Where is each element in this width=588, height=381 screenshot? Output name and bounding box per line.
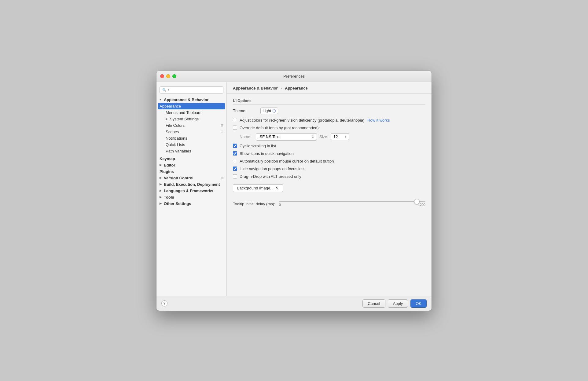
sidebar-item-label: Keymap [160,156,175,161]
title-bar: Preferences [156,71,432,82]
drag-drop-checkbox[interactable] [233,174,237,178]
close-button[interactable] [160,74,164,78]
checkbox-wrapper: Show icons in quick navigation [233,151,294,156]
sidebar-item-version-control[interactable]: ▶ Version Control ⊞ [156,175,226,181]
size-select[interactable]: 12 ▾ [331,133,349,140]
background-image-button[interactable]: Background Image... ↖ [233,184,283,192]
sidebar-item-keymap[interactable]: Keymap [156,156,226,162]
override-fonts-row: Override default fonts by (not recommend… [233,126,425,130]
arrow-icon: ▾ [160,98,163,101]
hide-nav-row: Hide navigation popups on focus loss [233,167,425,171]
slider-labels: 0 1200 [279,203,425,207]
arrow-icon: ▶ [166,117,169,120]
arrow-icon: ▶ [160,163,163,167]
sidebar-item-appearance-behavior[interactable]: ▾ Appearance & Behavior [156,97,226,103]
checkbox-wrapper: Override default fonts by (not recommend… [233,126,320,130]
cancel-button[interactable]: Cancel [362,299,385,308]
breadcrumb-separator: › [281,86,282,90]
copy-icon: ⊞ [221,123,223,127]
auto-mouse-row: Automatically position mouse cursor on d… [233,159,425,163]
arrow-icon: ▶ [160,196,163,199]
sidebar-item-scopes[interactable]: Scopes ⊞ [163,129,226,135]
sidebar-item-notifications[interactable]: Notifications [163,135,226,141]
copy-icon: ⊞ [221,176,223,180]
sidebar-item-languages-frameworks[interactable]: ▶ Languages & Frameworks [156,188,226,194]
sidebar-item-file-colors[interactable]: File Colors ⊞ [163,122,226,129]
search-icon: 🔍 [162,88,167,92]
sidebar-item-label: Plugins [160,169,174,174]
tooltip-slider[interactable] [279,201,425,202]
checkbox-wrapper: Automatically position mouse cursor on d… [233,159,334,163]
cyclic-scrolling-checkbox[interactable] [233,144,237,148]
sidebar-item-system-settings[interactable]: ▶ System Settings [163,116,226,122]
window-title: Preferences [283,74,305,79]
sidebar-item-label: Path Variables [166,149,191,153]
apply-button[interactable]: Apply [388,299,408,308]
section-label: UI Options [233,99,425,104]
color-deficiency-checkbox[interactable] [233,118,237,122]
breadcrumb-parent: Appearance & Behavior [233,86,278,90]
sidebar-item-label: Scopes [166,130,179,134]
sidebar-item-path-variables[interactable]: Path Variables [163,148,226,154]
override-fonts-checkbox[interactable] [233,126,237,130]
search-arrow: ▾ [168,88,169,91]
font-row: Name: .SF NS Text ▲ ▼ Size: 12 ▾ [240,133,425,141]
sidebar-item-label: Appearance & Behavior [164,97,209,102]
bg-image-container: Background Image... ↖ [233,182,425,197]
cyclic-scrolling-row: Cyclic scrolling in list [233,144,425,148]
sidebar-item-label: Languages & Frameworks [164,189,213,193]
arrow-icon: ▶ [160,176,163,179]
theme-row: Theme: Light ⬡ [233,108,425,114]
ok-button[interactable]: OK [410,299,427,308]
checkbox-wrapper: Drag-n-Drop with ALT pressed only [233,174,301,179]
cursor-icon: ↖ [275,186,279,191]
sidebar-item-label: Build, Execution, Deployment [164,182,220,187]
font-name-select[interactable]: .SF NS Text ▲ ▼ [256,133,317,141]
theme-label: Theme: [233,108,257,113]
copy-icon: ⊞ [221,130,223,134]
breadcrumb-current: Appearance [285,86,307,90]
hide-nav-checkbox[interactable] [233,167,237,171]
how-it-works-link[interactable]: How it works [367,118,390,123]
sidebar-item-label: System Settings [170,117,199,121]
right-panel: Appearance & Behavior › Appearance UI Op… [227,82,432,296]
breadcrumb: Appearance & Behavior › Appearance [227,82,432,94]
sidebar-item-tools[interactable]: ▶ Tools [156,194,226,200]
theme-value: Light [263,108,271,113]
sidebar-item-appearance[interactable]: Appearance [158,103,225,109]
maximize-button[interactable] [172,74,176,78]
sidebar-item-label: Version Control [164,176,193,180]
sidebar-item-label: Notifications [166,136,187,141]
sidebar-item-label: File Colors [166,123,185,128]
preferences-window: Preferences 🔍 ▾ ▾ Appearance & Behavior … [156,71,432,311]
color-deficiency-label: Adjust colors for red-green vision defic… [240,118,390,123]
sidebar: 🔍 ▾ ▾ Appearance & Behavior Appearance M… [156,82,227,296]
sidebar-item-other-settings[interactable]: ▶ Other Settings [156,200,226,207]
tooltip-label: Tooltip initial delay (ms): [233,202,275,206]
checkbox-wrapper: Adjust colors for red-green vision defic… [233,118,390,123]
sidebar-item-plugins[interactable]: Plugins [156,168,226,175]
slider-min-label: 0 [279,203,281,207]
cyclic-scrolling-label: Cyclic scrolling in list [240,144,276,148]
arrow-icon: ▶ [160,202,163,205]
sidebar-item-quick-lists[interactable]: Quick Lists [163,141,226,148]
minimize-button[interactable] [166,74,170,78]
tooltip-row: Tooltip initial delay (ms): 0 1200 [233,201,425,207]
search-box[interactable]: 🔍 ▾ [160,86,223,93]
auto-mouse-checkbox[interactable] [233,159,237,163]
sidebar-item-menus-toolbars[interactable]: Menus and Toolbars [163,109,226,116]
sidebar-item-label: Quick Lists [166,142,185,147]
hide-nav-label: Hide navigation popups on focus loss [240,167,305,171]
override-fonts-label: Override default fonts by (not recommend… [240,126,320,130]
bottom-bar: ? Cancel Apply OK [156,296,432,311]
show-icons-checkbox[interactable] [233,151,237,156]
font-name-label: Name: [240,134,253,139]
sidebar-item-editor[interactable]: ▶ Editor [156,162,226,168]
theme-select[interactable]: Light ⬡ [260,108,278,114]
help-button[interactable]: ? [161,300,167,306]
font-name-value: .SF NS Text [259,134,280,139]
size-label: Size: [319,134,328,139]
sidebar-item-build-execution[interactable]: ▶ Build, Execution, Deployment [156,181,226,188]
size-arrow-icon: ▾ [345,135,346,138]
sidebar-item-label: Menus and Toolbars [166,110,201,115]
